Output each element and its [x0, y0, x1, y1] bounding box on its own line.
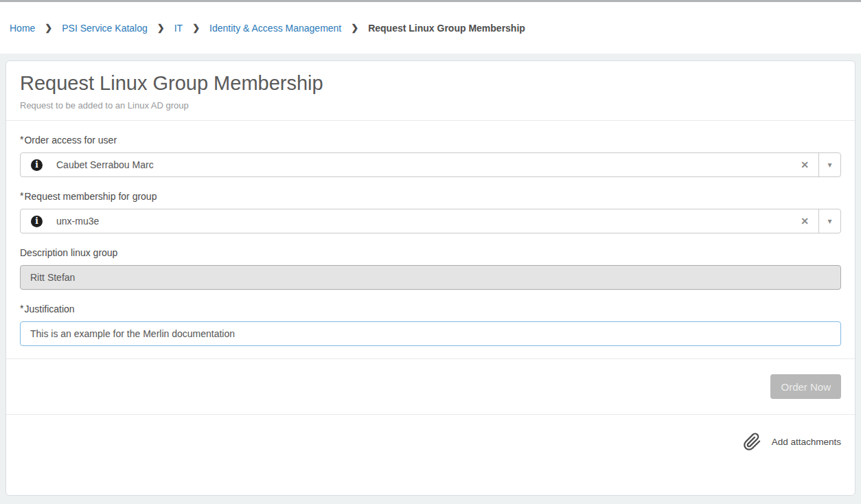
form-body: *Order access for user i Caubet Serrabou…: [6, 121, 855, 358]
add-attachments-label: Add attachments: [772, 437, 841, 447]
chevron-right-icon: ❯: [192, 23, 200, 33]
breadcrumb-home[interactable]: Home: [10, 23, 35, 34]
field-request-membership-for-group: *Request membership for group i unx-mu3e…: [20, 191, 841, 233]
field-label: Description linux group: [20, 247, 841, 258]
caret-down-icon: ▾: [827, 160, 831, 170]
group-select[interactable]: i unx-mu3e ✕ ▾: [20, 209, 841, 233]
info-icon: i: [31, 216, 43, 227]
chevron-right-icon: ❯: [157, 23, 165, 33]
breadcrumb: Home ❯ PSI Service Katalog ❯ IT ❯ Identi…: [0, 2, 861, 54]
description-readonly-field: Ritt Stefan: [20, 265, 841, 290]
field-justification: *Justification: [20, 303, 841, 346]
attachments-bar: Add attachments: [6, 414, 855, 469]
group-select-value: unx-mu3e: [56, 216, 801, 227]
order-now-button[interactable]: Order Now: [770, 374, 841, 399]
breadcrumb-it[interactable]: IT: [174, 23, 183, 34]
dropdown-toggle[interactable]: ▾: [818, 153, 840, 176]
justification-input[interactable]: [20, 321, 841, 346]
request-form-card: Request Linux Group Membership Request t…: [5, 60, 856, 496]
breadcrumb-current-page: Request Linux Group Membership: [368, 23, 525, 34]
order-actions: Order Now: [6, 358, 855, 414]
chevron-right-icon: ❯: [45, 23, 52, 33]
paperclip-icon: [743, 433, 761, 451]
field-label: *Order access for user: [20, 135, 841, 146]
required-marker: *: [20, 134, 23, 145]
page-title: Request Linux Group Membership: [20, 72, 841, 95]
page-subtitle: Request to be added to an Linux AD group: [20, 100, 841, 111]
form-header: Request Linux Group Membership Request t…: [6, 61, 855, 121]
clear-icon[interactable]: ✕: [801, 216, 809, 227]
field-order-access-for-user: *Order access for user i Caubet Serrabou…: [20, 135, 841, 177]
breadcrumb-identity-access-management[interactable]: Identity & Access Management: [209, 23, 341, 34]
required-marker: *: [20, 303, 23, 314]
user-select[interactable]: i Caubet Serrabou Marc ✕ ▾: [20, 152, 841, 177]
chevron-right-icon: ❯: [351, 23, 358, 33]
field-label: *Justification: [20, 303, 841, 314]
add-attachments-button[interactable]: Add attachments: [743, 433, 841, 451]
info-icon: i: [31, 159, 43, 171]
clear-icon[interactable]: ✕: [801, 159, 809, 170]
dropdown-toggle[interactable]: ▾: [818, 209, 840, 233]
breadcrumb-psi-service-katalog[interactable]: PSI Service Katalog: [62, 23, 148, 34]
field-description-linux-group: Description linux group Ritt Stefan: [20, 247, 841, 290]
caret-down-icon: ▾: [827, 216, 831, 226]
user-select-value: Caubet Serrabou Marc: [56, 159, 801, 170]
required-marker: *: [20, 190, 23, 201]
field-label: *Request membership for group: [20, 191, 841, 202]
